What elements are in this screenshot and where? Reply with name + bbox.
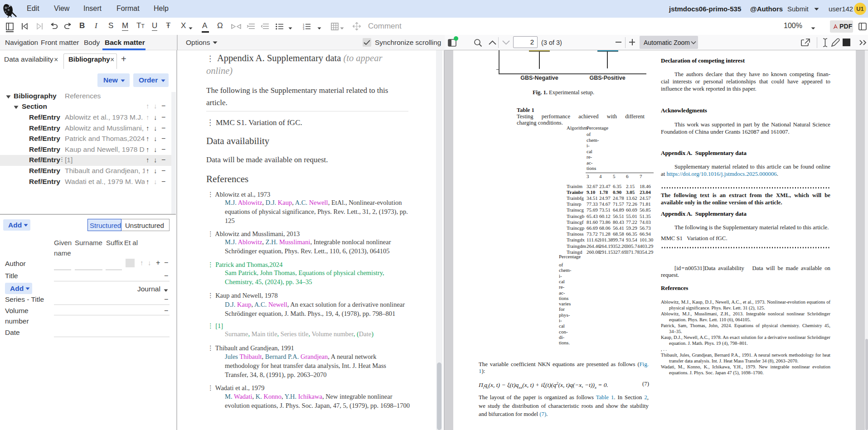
svg-text:3: 3 bbox=[303, 28, 305, 30]
